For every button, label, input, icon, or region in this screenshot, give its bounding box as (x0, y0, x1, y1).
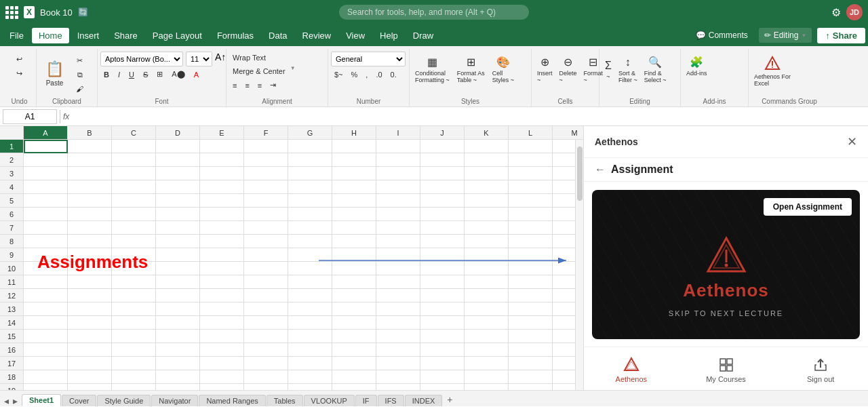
list-item[interactable] (200, 235, 244, 248)
footer-tab-aethenos[interactable]: Aethenos (584, 353, 679, 387)
conditional-formatting-button[interactable]: ▦ ConditionalFormatting ~ (412, 53, 452, 86)
list-item[interactable] (112, 140, 156, 153)
col-header-g[interactable]: G (288, 126, 332, 139)
col-header-k[interactable]: K (465, 126, 509, 139)
row-num-3[interactable]: 3 (0, 167, 23, 180)
cell-styles-button[interactable]: 🎨 CellStyles ~ (490, 53, 517, 86)
col-header-c[interactable]: C (112, 126, 156, 139)
list-item[interactable] (68, 330, 112, 343)
sum-button[interactable]: Σ ~ (602, 53, 614, 86)
row-num-7[interactable]: 7 (0, 221, 23, 235)
list-item[interactable] (288, 343, 332, 357)
list-item[interactable] (288, 275, 332, 289)
wrap-text-button[interactable]: Wrap Text (229, 52, 269, 64)
increase-font-button[interactable]: A↑ (215, 52, 226, 66)
list-item[interactable] (200, 262, 244, 275)
list-item[interactable] (156, 140, 200, 153)
underline-button[interactable]: U (125, 69, 138, 81)
list-item[interactable] (68, 248, 112, 262)
row-num-9[interactable]: 9 (0, 248, 23, 262)
list-item[interactable] (465, 208, 509, 221)
number-format-select[interactable]: General (331, 52, 406, 66)
sheet-tab-ifs[interactable]: IFS (378, 395, 404, 406)
list-item[interactable] (244, 221, 288, 235)
list-item[interactable] (156, 370, 200, 384)
sheet-nav-prev[interactable]: ◂ (3, 395, 10, 406)
settings-icon[interactable]: ⚙ (831, 6, 841, 19)
list-item[interactable] (24, 330, 68, 343)
menu-formulas[interactable]: Formulas (210, 28, 260, 43)
list-item[interactable] (376, 303, 420, 316)
cut-button[interactable]: ✂ (73, 54, 87, 67)
list-item[interactable] (332, 330, 376, 343)
list-item[interactable] (465, 140, 509, 153)
list-item[interactable] (288, 153, 332, 167)
list-item[interactable] (68, 221, 112, 235)
list-item[interactable] (200, 343, 244, 357)
align-center-button[interactable]: ≡ (241, 79, 252, 92)
list-item[interactable] (288, 357, 332, 370)
list-item[interactable] (24, 275, 68, 289)
list-item[interactable] (200, 289, 244, 303)
list-item[interactable] (156, 221, 200, 235)
list-item[interactable] (200, 248, 244, 262)
list-item[interactable] (24, 248, 68, 262)
row-num-8[interactable]: 8 (0, 235, 23, 248)
list-item[interactable] (376, 275, 420, 289)
list-item[interactable] (24, 221, 68, 235)
undo-button[interactable]: ↩ (5, 53, 33, 66)
back-button[interactable]: ← (595, 163, 606, 176)
list-item[interactable] (509, 330, 553, 343)
list-item[interactable] (244, 248, 288, 262)
list-item[interactable] (112, 262, 156, 275)
format-as-table-button[interactable]: ⊞ Format AsTable ~ (454, 53, 488, 86)
list-item[interactable] (509, 316, 553, 330)
list-item[interactable] (68, 140, 112, 153)
add-sheet-button[interactable]: + (443, 393, 456, 406)
list-item[interactable] (288, 208, 332, 221)
list-item[interactable] (244, 235, 288, 248)
list-item[interactable] (509, 180, 553, 194)
list-item[interactable] (200, 384, 244, 390)
list-item[interactable] (244, 316, 288, 330)
list-item[interactable] (156, 343, 200, 357)
list-item[interactable] (465, 303, 509, 316)
list-item[interactable] (156, 208, 200, 221)
list-item[interactable] (244, 140, 288, 153)
name-box[interactable] (3, 109, 57, 124)
row-num-10[interactable]: 10 (0, 262, 23, 275)
list-item[interactable] (288, 384, 332, 390)
row-num-11[interactable]: 11 (0, 275, 23, 289)
editing-button[interactable]: ✏ Editing ▼ (759, 28, 812, 43)
list-item[interactable] (24, 384, 68, 390)
list-item[interactable] (376, 248, 420, 262)
row-num-13[interactable]: 13 (0, 303, 23, 316)
list-item[interactable] (420, 248, 465, 262)
row-num-4[interactable]: 4 (0, 180, 23, 194)
list-item[interactable] (332, 194, 376, 208)
list-item[interactable] (288, 221, 332, 235)
col-header-b[interactable]: B (68, 126, 112, 139)
list-item[interactable] (244, 343, 288, 357)
list-item[interactable] (68, 153, 112, 167)
sheet-tab-vlookup[interactable]: VLOOKUP (304, 395, 355, 406)
find-select-button[interactable]: 🔍 Find &Select ~ (642, 53, 669, 86)
list-item[interactable] (200, 208, 244, 221)
list-item[interactable] (332, 303, 376, 316)
list-item[interactable] (112, 248, 156, 262)
list-item[interactable] (288, 140, 332, 153)
list-item[interactable] (156, 167, 200, 180)
list-item[interactable] (332, 262, 376, 275)
sheet-nav-next[interactable]: ▸ (12, 395, 19, 406)
indent-button[interactable]: ⇥ (267, 79, 279, 92)
list-item[interactable] (465, 384, 509, 390)
row-num-2[interactable]: 2 (0, 153, 23, 167)
list-item[interactable] (244, 208, 288, 221)
fill-color-button[interactable]: A⬤ (168, 68, 188, 81)
merge-center-button[interactable]: Merge & Center (229, 65, 289, 77)
list-item[interactable] (376, 153, 420, 167)
list-item[interactable] (376, 262, 420, 275)
list-item[interactable] (244, 153, 288, 167)
list-item[interactable] (420, 208, 465, 221)
list-item[interactable] (288, 330, 332, 343)
